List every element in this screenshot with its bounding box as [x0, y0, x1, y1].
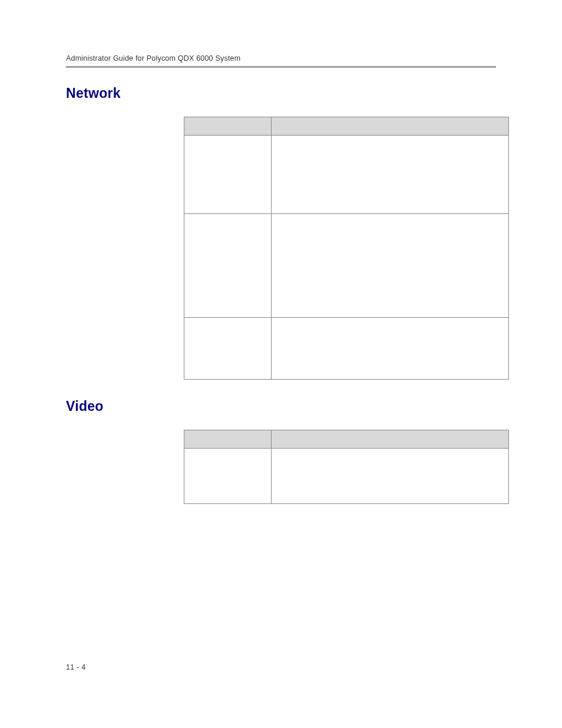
section-title-video: Video — [66, 398, 562, 414]
video-header-col1 — [184, 430, 272, 449]
page-header-title: Administrator Guide for Polycom QDX 6000… — [66, 54, 562, 62]
network-header-col1 — [184, 117, 272, 136]
video-header-col2 — [271, 430, 508, 449]
table-row — [184, 318, 509, 380]
page-number: 11 - 4 — [66, 663, 86, 671]
video-cell — [184, 449, 272, 504]
table-header-row — [184, 430, 509, 449]
network-cell — [271, 136, 508, 214]
table-header-row — [184, 117, 509, 136]
document-page: Administrator Guide for Polycom QDX 6000… — [0, 0, 562, 728]
network-cell — [271, 318, 508, 380]
table-row — [184, 214, 509, 318]
video-cell — [271, 449, 508, 504]
network-table — [184, 117, 509, 380]
network-cell — [184, 136, 272, 214]
network-cell — [271, 214, 508, 318]
table-row — [184, 136, 509, 214]
network-cell — [184, 318, 272, 380]
network-cell — [184, 214, 272, 318]
table-row — [184, 449, 509, 504]
video-table — [184, 430, 509, 504]
network-header-col2 — [271, 117, 508, 136]
section-title-network: Network — [66, 85, 562, 101]
header-rule — [66, 66, 496, 68]
